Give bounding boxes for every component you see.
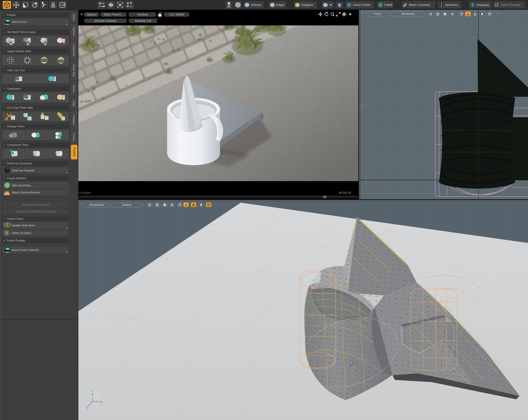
svg-text:Z: Z [86,406,88,409]
svg-text:Y: Y [91,390,93,393]
svg-text:X: X [101,400,103,404]
svg-text:-Y: -Y [497,190,500,194]
svg-text:-X: -X [360,103,364,107]
svg-text:X: X [373,186,375,189]
svg-text:+Y: +Y [496,12,500,15]
svg-text:Y: Y [365,178,367,180]
